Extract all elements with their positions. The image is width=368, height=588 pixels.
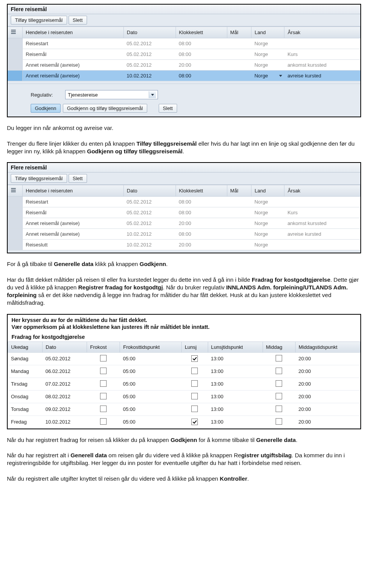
row-handle[interactable] [8,218,23,229]
col-lunsjtid[interactable]: Lunsjtidspunkt [208,342,263,352]
cell-hendelse[interactable]: Reiseslutt [23,240,124,250]
checkbox[interactable] [100,393,107,399]
col-ukedag[interactable]: Ukedag [8,342,43,352]
cell-lunsj[interactable] [181,378,208,390]
table-row[interactable]: Søndag 05.02.2012 05:00 13:00 20:00 [8,352,360,365]
row-handle[interactable] [8,197,23,207]
regulativ-select[interactable]: Tjenestereise [65,90,158,99]
checkbox[interactable] [276,393,282,399]
cell-middagstid[interactable]: 20:00 [296,403,360,416]
col-hendelse[interactable]: Hendelse i reiseruten [23,185,124,197]
checkbox[interactable] [100,368,107,374]
row-handle[interactable] [8,229,23,240]
cell-lunsjtid[interactable]: 13:00 [208,365,263,378]
table-row[interactable]: Onsdag 08.02.2012 05:00 13:00 20:00 [8,390,360,403]
godkjenn-button[interactable]: Godkjenn [31,104,61,113]
row-selector-header[interactable] [8,27,23,38]
cell-mal[interactable] [227,240,251,250]
cell-mal[interactable] [227,218,251,229]
checkbox[interactable] [100,406,107,412]
cell-mal[interactable] [227,229,251,240]
cell-land[interactable]: Norge [251,218,284,229]
cell-dato[interactable]: 05.02.2012 [123,207,176,218]
cell-lunsj[interactable] [181,416,208,428]
table-row[interactable]: Reisemål 05.02.2012 08:00 Norge Kurs [8,49,360,60]
cell-dato[interactable]: 10.02.2012 [123,71,176,81]
checkbox[interactable] [100,380,107,387]
row-selector-header[interactable] [8,185,23,197]
cell-lunsjtid[interactable]: 13:00 [208,403,263,416]
cell-arsak[interactable]: avreise kursted [284,229,360,240]
cell-frokost[interactable] [87,365,120,378]
col-middagstid[interactable]: Middagstidspunkt [296,342,360,352]
cell-land[interactable]: Norge [251,197,284,207]
cell-klokkeslett[interactable]: 20:00 [176,60,227,71]
cell-arsak[interactable]: ankomst kurssted [284,218,360,229]
table-row[interactable]: Reiseslutt 10.02.2012 20:00 Norge [8,240,360,250]
cell-arsak[interactable]: ankomst kurssted [284,60,360,71]
checkbox[interactable] [100,418,107,425]
cell-middag[interactable] [263,352,295,365]
cell-mal[interactable] [227,38,251,49]
cell-klokkeslett[interactable]: 08:00 [176,71,227,81]
cell-mal[interactable] [227,197,251,207]
table-row[interactable]: Annet reisemål (avreise) 05.02.2012 20:0… [8,60,360,71]
table-row[interactable]: Reisemål 05.02.2012 08:00 Norge Kurs [8,207,360,218]
row-handle[interactable] [8,71,23,81]
cell-mal[interactable] [227,207,251,218]
checkbox[interactable] [191,419,198,425]
col-klokkeslett[interactable]: Klokkeslett [176,185,227,197]
checkbox[interactable] [276,368,282,374]
checkbox[interactable] [276,406,282,412]
checkbox[interactable] [276,380,282,387]
cell-arsak[interactable]: avreise kursted [284,71,360,81]
cell-lunsj[interactable] [181,403,208,416]
col-mal[interactable]: Mål [227,27,251,38]
cell-lunsjtid[interactable]: 13:00 [208,352,263,365]
cell-land[interactable]: Norge [251,38,284,49]
table-row[interactable]: Annet reisemål (avreise) 10.02.2012 08:0… [8,71,360,81]
col-dato[interactable]: Dato [123,27,176,38]
cell-dato[interactable]: 10.02.2012 [123,229,176,240]
checkbox[interactable] [191,368,198,374]
col-hendelse[interactable]: Hendelse i reiseruten [23,27,124,38]
cell-frokosttid[interactable]: 05:00 [120,365,182,378]
cell-hendelse[interactable]: Annet reisemål (avreise) [23,60,124,71]
row-handle[interactable] [8,49,23,60]
delete-button[interactable]: Slett [69,174,87,183]
checkbox[interactable] [276,355,282,361]
cell-middag[interactable] [263,378,295,390]
cell-middagstid[interactable]: 20:00 [296,378,360,390]
cell-dato[interactable]: 10.02.2012 [123,240,176,250]
cell-dato[interactable]: 05.02.2012 [123,60,176,71]
col-dato[interactable]: Dato [123,185,176,197]
cell-land[interactable]: Norge [251,240,284,250]
col-land[interactable]: Land [251,185,284,197]
checkbox[interactable] [191,380,198,387]
cell-land[interactable]: Norge [251,60,284,71]
cell-frokosttid[interactable]: 05:00 [120,378,182,390]
col-frokost[interactable]: Frokost [87,342,120,352]
slett-button[interactable]: Slett [159,104,177,113]
cell-mal[interactable] [227,71,251,81]
col-land[interactable]: Land [251,27,284,38]
godkjenn-tilfoy-button[interactable]: Godkjenn og tilføy tilleggsreisemål [63,104,147,113]
delete-button[interactable]: Slett [69,16,87,25]
cell-arsak[interactable]: Kurs [284,49,360,60]
cell-frokosttid[interactable]: 05:00 [120,352,182,365]
table-row[interactable]: Mandag 06.02.2012 05:00 13:00 20:00 [8,365,360,378]
cell-hendelse[interactable]: Reisemål [23,49,124,60]
cell-arsak[interactable]: Kurs [284,207,360,218]
cell-hendelse[interactable]: Annet reisemål (avreise) [23,71,124,81]
cell-klokkeslett[interactable]: 08:00 [176,49,227,60]
cell-frokosttid[interactable]: 05:00 [120,403,182,416]
table-row[interactable]: Fredag 10.02.2012 05:00 13:00 20:00 [8,416,360,428]
cell-middag[interactable] [263,365,295,378]
col-dato[interactable]: Dato [43,342,87,352]
cell-klokkeslett[interactable]: 20:00 [176,240,227,250]
cell-middag[interactable] [263,416,295,428]
cell-hendelse[interactable]: Annet reisemål (avreise) [23,229,124,240]
cell-arsak[interactable] [284,240,360,250]
table-row[interactable]: Torsdag 09.02.2012 05:00 13:00 20:00 [8,403,360,416]
cell-land[interactable]: Norge [251,207,284,218]
